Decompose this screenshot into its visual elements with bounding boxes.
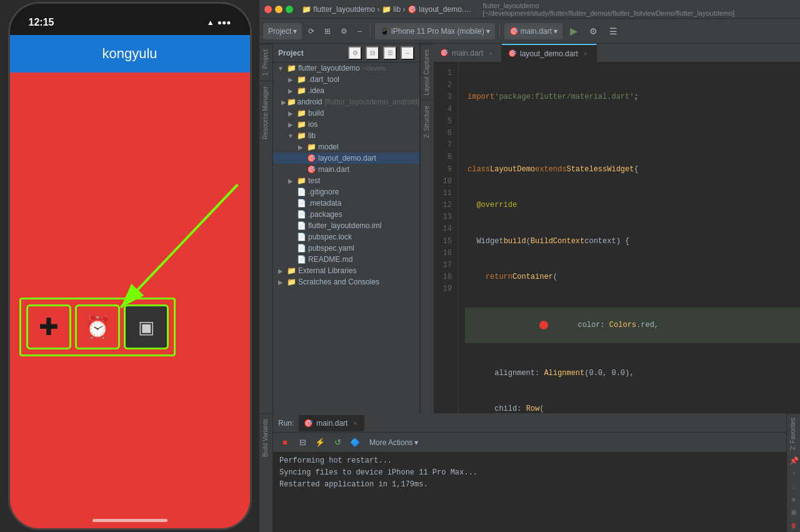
- file-icon: 📄: [296, 244, 307, 253]
- project-settings-btn[interactable]: ⚙: [348, 46, 362, 60]
- console-line-1: Performing hot restart...: [279, 455, 780, 467]
- sidebar-layout-tab[interactable]: Layout Captures: [421, 44, 434, 100]
- root-arrow: ▼: [276, 65, 286, 72]
- code-lines: import 'package:flutter/material.dart'; …: [459, 63, 800, 413]
- hot-reload-btn[interactable]: ⚡: [312, 434, 328, 451]
- tree-iml[interactable]: 📄 flutter_layoutdemo.iml: [273, 220, 419, 231]
- sidebar-favorites-tab[interactable]: 2: Favorites: [787, 413, 800, 454]
- tree-pubspec-yaml[interactable]: 📄 pubspec.yaml: [273, 243, 419, 254]
- more-actions-arrow: ▾: [414, 438, 418, 447]
- title-lib: lib: [393, 5, 401, 14]
- tree-idea[interactable]: ▶ 📁 .idea: [273, 85, 419, 96]
- folder-icon: 📁: [296, 176, 307, 185]
- sidebar-structure-tab[interactable]: 2: Structure: [421, 100, 434, 143]
- console-area-wrapper: Build Variants Run: 🎯 main.dart × ■ ⊟ ⚡ …: [259, 413, 800, 532]
- file-icon: 📄: [296, 210, 307, 219]
- console-output: Performing hot restart... Syncing files …: [273, 453, 786, 532]
- toolbar-gear-btn[interactable]: ⚙: [585, 23, 602, 40]
- flutter-inspector-btn[interactable]: 🔷: [347, 434, 363, 451]
- tree-root[interactable]: ▼ 📁 flutter_layoutdemo ~/develo...: [273, 63, 419, 74]
- code-line-1: import 'package:flutter/material.dart';: [465, 91, 800, 103]
- tree-model[interactable]: ▶ 📁 model: [273, 141, 419, 153]
- pin-icon[interactable]: 📌: [787, 454, 800, 467]
- minimize-traffic-light[interactable]: [275, 6, 282, 13]
- signal-icon: ●●●: [218, 18, 231, 27]
- toolbar-lines-btn[interactable]: ☰: [605, 23, 622, 40]
- code-line-6: return Container(: [465, 271, 800, 283]
- tab-layout-demo[interactable]: 🎯 layout_demo.dart ×: [502, 44, 597, 63]
- console-tab-btn[interactable]: ⊟: [294, 434, 311, 451]
- maximize-traffic-light[interactable]: [286, 6, 293, 13]
- delete-btn[interactable]: 🗑: [787, 519, 800, 532]
- project-dropdown-label: Project: [268, 27, 291, 36]
- phone-panel: 12:15 ▲ ●●● DEBUG kongyulu ✚ ⏰: [0, 0, 259, 532]
- side-labels-editor: Layout Captures 2: Structure: [420, 44, 434, 413]
- tab-main-close[interactable]: ×: [486, 49, 495, 58]
- stop-btn[interactable]: ■: [277, 434, 293, 451]
- tab-layout-close[interactable]: ×: [581, 49, 590, 58]
- more-actions-btn[interactable]: More Actions ▾: [364, 436, 423, 449]
- hide-btn[interactable]: –: [354, 23, 366, 40]
- hot-restart-btn[interactable]: ↺: [329, 434, 346, 451]
- tree-ios[interactable]: ▶ 📁 ios: [273, 119, 419, 130]
- project-hide-btn[interactable]: –: [401, 46, 414, 60]
- run-main-label: main.dart: [316, 419, 348, 428]
- tree-main-dart[interactable]: 🎯 main.dart: [273, 164, 419, 175]
- tree-label: flutter_layoutdemo.iml: [308, 221, 381, 230]
- tree-metadata[interactable]: 📄 .metadata: [273, 198, 419, 209]
- phone-status: ▲ ●●●: [207, 18, 231, 27]
- tab-main-dart[interactable]: 🎯 main.dart ×: [434, 44, 502, 63]
- tree-external-libs[interactable]: ▶ 📁 External Libraries: [273, 265, 419, 276]
- project-collapse-btn[interactable]: ⊟: [366, 46, 379, 60]
- sync-btn[interactable]: ⟳: [304, 23, 318, 40]
- file-icon: 📄: [296, 233, 307, 241]
- sidebar-resource-tab[interactable]: Resource Manager: [259, 81, 272, 144]
- tree-test[interactable]: ▶ 📁 test: [273, 175, 419, 186]
- tree-label: layout_demo.dart: [318, 154, 376, 163]
- tree-label: pubspec.yaml: [308, 244, 354, 253]
- run-dart-icon: 🎯: [304, 419, 313, 428]
- tree-build[interactable]: ▶ 📁 build: [273, 108, 419, 119]
- titlebar-project: 📁 flutter_layoutdemo › 📁 lib › 🎯 layout_…: [302, 5, 475, 14]
- phone-time: 12:15: [29, 17, 54, 28]
- sidebar-project-tab[interactable]: 1: Project: [259, 44, 272, 81]
- add-icon-box: ✚: [26, 304, 71, 349]
- tree-packages[interactable]: 📄 .packages: [273, 209, 419, 220]
- tree-scratches[interactable]: ▶ 📁 Scratches and Consoles: [273, 276, 419, 288]
- list-btn[interactable]: ≡: [787, 493, 800, 506]
- tree-android[interactable]: ▶ 📁 android [flutter_layoutdemo_android]: [273, 96, 419, 108]
- device-dropdown[interactable]: 📱 iPhone 11 Pro Max (mobile) ▾: [375, 23, 495, 39]
- project-panel-header: Project ⚙ ⊟ ☰ –: [273, 44, 419, 63]
- sidebar-build-tab[interactable]: Build Variants: [259, 413, 272, 462]
- up-arrow-btn[interactable]: ↑: [787, 467, 800, 480]
- tree-gitignore[interactable]: 📄 .gitignore: [273, 186, 419, 198]
- run-config-dropdown[interactable]: 🎯 main.dart ▾: [504, 23, 562, 39]
- run-config-arrow: ▾: [554, 27, 558, 36]
- folder-icon: 📁: [296, 120, 307, 129]
- ide-toolbar: Project ▾ ⟳ ⊞ ⚙ – 📱 iPhone 11 Pro Max (m…: [259, 19, 800, 44]
- project-dropdown[interactable]: Project ▾: [263, 23, 302, 39]
- title-folder-icon2: 📁: [382, 5, 391, 14]
- down-arrow-btn[interactable]: ↓: [787, 480, 800, 493]
- wallet-icon: ▣: [138, 317, 154, 338]
- layout-demo-icon: 🎯: [508, 49, 517, 58]
- split-btn[interactable]: ⊞: [321, 23, 334, 40]
- tree-pubspec-lock[interactable]: 📄 pubspec.lock: [273, 231, 419, 243]
- run-main-tab[interactable]: 🎯 main.dart ×: [299, 415, 364, 431]
- run-tab-close[interactable]: ×: [351, 419, 359, 428]
- tree-dart-tool[interactable]: ▶ 📁 .dart_tool: [273, 74, 419, 85]
- tree-label: .gitignore: [308, 188, 339, 196]
- gear-btn[interactable]: ⚙: [337, 23, 351, 40]
- main-area: 1: Project Resource Manager Project ⚙ ⊟ …: [259, 44, 800, 413]
- tree-readme[interactable]: 📄 README.md: [273, 254, 419, 265]
- close-traffic-light[interactable]: [264, 6, 272, 13]
- code-editor-area[interactable]: 1 2 3 4 5 6 7 8 9 10 11 12 13 14: [434, 63, 800, 413]
- lib-folder-icon: 📁: [296, 131, 307, 140]
- resize-btn[interactable]: ⊞: [787, 506, 800, 519]
- run-button[interactable]: ▶: [565, 23, 582, 40]
- project-gear-btn[interactable]: ☰: [383, 46, 397, 60]
- title-file: layout_demo.dart: [419, 5, 475, 14]
- tree-lib[interactable]: ▼ 📁 lib: [273, 130, 419, 141]
- tree-label: .dart_tool: [308, 75, 339, 84]
- tree-layout-demo[interactable]: 🎯 layout_demo.dart: [273, 153, 419, 164]
